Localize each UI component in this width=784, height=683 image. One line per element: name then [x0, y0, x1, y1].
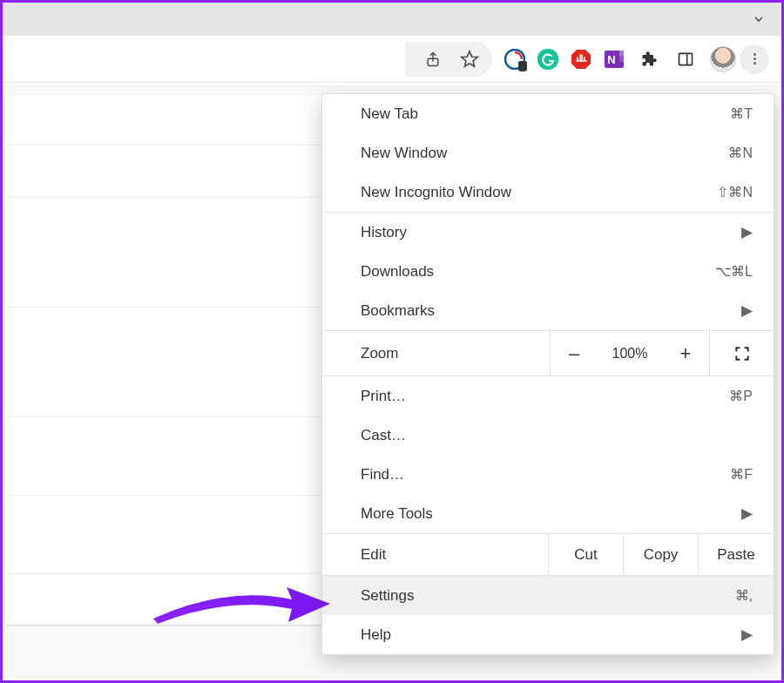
menu-label: Help	[361, 626, 741, 644]
menu-item-print[interactable]: Print… ⌘P	[322, 376, 774, 416]
chevron-right-icon: ▶	[741, 301, 753, 320]
menu-item-help[interactable]: Help ▶	[322, 615, 774, 654]
extensions-icon[interactable]	[637, 47, 661, 71]
menu-item-more-tools[interactable]: More Tools ▶	[322, 494, 774, 533]
svg-point-3	[537, 49, 558, 70]
menu-item-new-incognito[interactable]: New Incognito Window ⇧⌘N	[322, 172, 774, 212]
svg-rect-6	[619, 51, 624, 57]
menu-label: Settings	[361, 587, 735, 605]
menu-label: Cast…	[361, 427, 753, 444]
menu-item-new-tab[interactable]: New Tab ⌘T	[322, 94, 774, 133]
extension-adblock[interactable]	[571, 49, 591, 70]
menu-item-downloads[interactable]: Downloads ⌥⌘L	[322, 252, 774, 291]
menu-item-cast[interactable]: Cast…	[322, 416, 774, 455]
menu-shortcut: ⌘T	[730, 105, 753, 122]
menu-shortcut: ⌘P	[729, 388, 753, 404]
edit-copy-button[interactable]: Copy	[624, 534, 699, 575]
menu-label: Bookmarks	[361, 302, 741, 320]
extension-grammarly[interactable]	[537, 49, 558, 70]
extensions-row: N	[504, 47, 698, 71]
svg-rect-7	[619, 56, 624, 62]
extension-quicktime[interactable]	[504, 49, 525, 70]
chrome-menu: New Tab ⌘T New Window ⌘N New Incognito W…	[321, 93, 774, 655]
menu-shortcut: ⌘F	[730, 466, 753, 483]
menu-section-tools: Print… ⌘P Cast… Find… ⌘F More Tools ▶	[322, 376, 774, 534]
menu-shortcut: ⌘,	[735, 587, 753, 604]
menu-label: More Tools	[361, 505, 741, 523]
menu-shortcut: ⌥⌘L	[715, 263, 753, 280]
menu-label: New Window	[361, 145, 728, 162]
lock-icon	[518, 61, 527, 71]
menu-section-edit: Edit Cut Copy Paste	[322, 534, 774, 576]
menu-label: New Incognito Window	[361, 184, 717, 201]
chrome-menu-button[interactable]	[740, 44, 769, 74]
menu-shortcut: ⌘N	[728, 145, 753, 161]
chevron-right-icon: ▶	[741, 626, 753, 644]
menu-section-history: History ▶ Downloads ⌥⌘L Bookmarks ▶	[322, 213, 774, 331]
menu-section-settings: Settings ⌘, Help ▶	[322, 576, 774, 654]
svg-marker-4	[571, 50, 591, 69]
menu-section-windows: New Tab ⌘T New Window ⌘N New Incognito W…	[322, 94, 774, 213]
chevron-down-icon[interactable]	[752, 12, 766, 26]
zoom-value: 100%	[598, 331, 662, 375]
menu-shortcut: ⇧⌘N	[717, 184, 753, 200]
zoom-label: Zoom	[322, 331, 551, 375]
profile-avatar[interactable]	[710, 46, 736, 72]
edit-label: Edit	[322, 534, 549, 575]
menu-label: History	[361, 224, 741, 241]
star-icon[interactable]	[457, 47, 482, 71]
edit-paste-button[interactable]: Paste	[699, 534, 774, 575]
menu-section-zoom: Zoom – 100% +	[322, 331, 774, 376]
fullscreen-button[interactable]	[709, 331, 774, 375]
browser-toolbar: N	[3, 36, 781, 83]
menu-item-bookmarks[interactable]: Bookmarks ▶	[322, 291, 774, 330]
menu-item-history[interactable]: History ▶	[322, 213, 774, 252]
menu-label: Downloads	[361, 263, 715, 281]
svg-rect-9	[679, 53, 693, 64]
menu-label: Find…	[361, 466, 730, 484]
svg-marker-1	[462, 51, 477, 65]
menu-item-settings[interactable]: Settings ⌘,	[322, 576, 774, 615]
menu-item-find[interactable]: Find… ⌘F	[322, 455, 774, 494]
sidepanel-icon[interactable]	[673, 47, 698, 71]
address-bar-actions	[405, 42, 492, 77]
menu-label: New Tab	[361, 105, 730, 123]
zoom-out-button[interactable]: –	[551, 331, 598, 375]
menu-label: Print…	[361, 388, 729, 405]
extension-onenote[interactable]: N	[604, 49, 625, 70]
svg-text:N: N	[607, 53, 615, 66]
chevron-right-icon: ▶	[741, 223, 753, 241]
zoom-in-button[interactable]: +	[662, 331, 709, 375]
edit-cut-button[interactable]: Cut	[549, 534, 624, 575]
chevron-right-icon: ▶	[741, 504, 753, 523]
menu-item-new-window[interactable]: New Window ⌘N	[322, 133, 774, 172]
tab-strip	[3, 3, 781, 36]
share-icon[interactable]	[421, 47, 445, 71]
